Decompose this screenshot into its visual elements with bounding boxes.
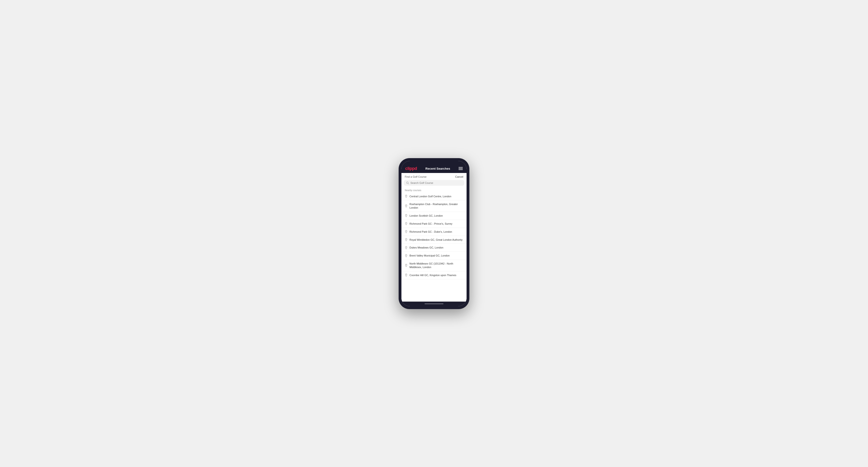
course-name: Central London Golf Centre, London xyxy=(409,195,451,198)
search-icon xyxy=(406,182,409,184)
list-item[interactable]: Brent Valley Municipal GC, London xyxy=(401,252,467,260)
search-box xyxy=(404,180,464,186)
find-header: Find a Golf Course Cancel xyxy=(401,173,467,180)
pin-icon xyxy=(405,254,408,257)
phone-device: clippd Recent Searches Find a Golf Cours… xyxy=(399,158,469,309)
list-item[interactable]: Roehampton Club - Roehampton, Greater Lo… xyxy=(401,200,467,212)
home-indicator xyxy=(401,302,467,306)
course-name: Coombe Hill GC, Kingston upon Thames xyxy=(409,274,457,277)
nearby-courses-section: Nearby courses Central London Golf Centr… xyxy=(401,188,467,302)
pin-icon xyxy=(405,238,408,241)
course-name: Royal Wimbledon GC, Great London Authori… xyxy=(409,238,463,242)
list-item[interactable]: Richmond Park GC - Duke's, London xyxy=(401,228,467,236)
cancel-button[interactable]: Cancel xyxy=(455,175,463,178)
list-item[interactable]: Coombe Hill GC, Kingston upon Thames xyxy=(401,271,467,279)
svg-point-9 xyxy=(406,255,407,255)
app-logo: clippd xyxy=(405,166,417,171)
pin-icon xyxy=(405,195,408,198)
course-name: Richmond Park GC - Prince's, Surrey xyxy=(409,222,453,226)
pin-icon xyxy=(405,264,408,267)
svg-point-11 xyxy=(406,274,407,275)
course-name: Dukes Meadows GC, London xyxy=(409,246,443,249)
svg-point-3 xyxy=(406,205,407,206)
course-name: London Scottish GC, London xyxy=(409,214,443,218)
pin-icon xyxy=(405,230,408,234)
svg-point-5 xyxy=(406,223,407,223)
svg-point-2 xyxy=(406,195,407,196)
course-name: Richmond Park GC - Duke's, London xyxy=(409,230,452,234)
list-item[interactable]: London Scottish GC, London xyxy=(401,212,467,220)
list-item[interactable]: North Middlesex GC (1011942 - North Midd… xyxy=(401,260,467,271)
list-item[interactable]: Central London Golf Centre, London xyxy=(401,192,467,200)
home-bar xyxy=(425,304,443,304)
pin-icon xyxy=(405,246,408,249)
svg-line-1 xyxy=(408,183,409,184)
nav-bar: clippd Recent Searches xyxy=(401,164,467,173)
course-name: Roehampton Club - Roehampton, Greater Lo… xyxy=(409,203,463,210)
pin-icon xyxy=(405,205,408,208)
list-item[interactable]: Royal Wimbledon GC, Great London Authori… xyxy=(401,236,467,244)
status-bar xyxy=(401,161,467,164)
search-box-wrapper xyxy=(401,180,467,188)
course-list: Central London Golf Centre, London Roeha… xyxy=(401,192,467,279)
content-area: Find a Golf Course Cancel Nearby courses xyxy=(401,173,467,302)
nearby-label: Nearby courses xyxy=(401,188,467,192)
svg-point-10 xyxy=(406,264,407,265)
menu-icon[interactable] xyxy=(459,167,463,170)
find-title: Find a Golf Course xyxy=(405,175,427,178)
course-name: North Middlesex GC (1011942 - North Midd… xyxy=(409,262,463,269)
svg-point-8 xyxy=(406,247,407,248)
pin-icon xyxy=(405,214,408,217)
course-name: Brent Valley Municipal GC, London xyxy=(409,254,450,257)
phone-screen: clippd Recent Searches Find a Golf Cours… xyxy=(401,161,467,306)
list-item[interactable]: Dukes Meadows GC, London xyxy=(401,244,467,252)
svg-point-6 xyxy=(406,231,407,231)
pin-icon xyxy=(405,274,408,277)
pin-icon xyxy=(405,222,408,225)
search-input[interactable] xyxy=(410,182,462,184)
svg-point-0 xyxy=(407,182,408,184)
svg-point-7 xyxy=(406,239,407,240)
nav-title: Recent Searches xyxy=(426,167,450,170)
list-item[interactable]: Richmond Park GC - Prince's, Surrey xyxy=(401,220,467,228)
svg-point-4 xyxy=(406,215,407,216)
